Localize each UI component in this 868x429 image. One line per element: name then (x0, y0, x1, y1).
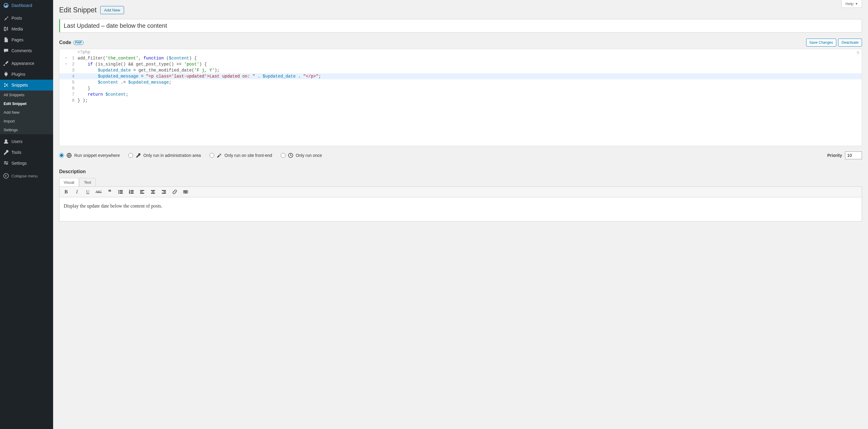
code-line[interactable]: ▾1add_filter('the_content', function ($c… (59, 55, 862, 61)
description-editor[interactable]: Display the update date below the conten… (59, 197, 862, 222)
code-line[interactable]: 4 $updated_message = "<p class='last-upd… (59, 73, 862, 79)
php-badge: PHP (73, 40, 84, 45)
menu-media[interactable]: Media (0, 24, 53, 34)
svg-rect-4 (120, 190, 123, 191)
svg-rect-8 (120, 193, 123, 194)
align-right-icon[interactable] (160, 189, 167, 195)
scope-label: Only run once (296, 153, 322, 158)
code-line[interactable]: ▾2 if (is_single() && get_post_type() ==… (59, 61, 862, 67)
chevron-down-icon: ▼ (855, 2, 858, 5)
submenu-all-snippets[interactable]: All Snippets (0, 91, 53, 99)
scope-once-radio[interactable] (281, 153, 285, 158)
menu-label: Appearance (11, 61, 34, 66)
globe-icon (66, 153, 72, 158)
priority-input[interactable] (845, 152, 862, 159)
svg-rect-27 (186, 191, 186, 192)
svg-rect-15 (140, 190, 144, 191)
menu-label: Snippets (11, 82, 28, 88)
pin-icon (3, 15, 9, 21)
underline-icon[interactable]: U (84, 189, 91, 195)
svg-point-3 (118, 190, 119, 191)
collapse-label: Collapse menu (11, 174, 38, 178)
submenu-add-new[interactable]: Add New (0, 108, 53, 117)
keyboard-icon[interactable] (182, 189, 189, 195)
save-changes-button[interactable]: Save Changes (806, 39, 837, 46)
svg-point-5 (118, 192, 119, 193)
svg-rect-20 (151, 193, 155, 194)
submenu-edit-snippet[interactable]: Edit Snippet (0, 99, 53, 108)
menu-label: Media (11, 27, 23, 31)
help-tab[interactable]: Help ▼ (841, 0, 862, 8)
menu-label: Posts (11, 16, 22, 21)
submenu-import[interactable]: Import (0, 117, 53, 126)
add-new-button[interactable]: Add New (100, 6, 124, 14)
menu-comments[interactable]: Comments (0, 45, 53, 56)
media-icon (3, 26, 9, 32)
link-icon[interactable] (171, 189, 178, 195)
sliders-icon (3, 160, 9, 166)
menu-appearance[interactable]: Appearance (0, 58, 53, 69)
menu-settings[interactable]: Settings (0, 158, 53, 169)
collapse-icon (3, 173, 9, 179)
code-line[interactable]: 5 $content .= $updated_message; (59, 79, 862, 86)
menu-tools[interactable]: Tools (0, 147, 53, 158)
menu-posts[interactable]: Posts (0, 13, 53, 24)
wrench-icon (3, 149, 9, 155)
menu-pages[interactable]: Pages (0, 34, 53, 45)
menu-label: Pages (11, 37, 24, 42)
svg-rect-16 (140, 192, 143, 192)
editor-help-icon[interactable]: ? (857, 51, 859, 56)
menu-label: Tools (11, 150, 22, 155)
menu-plugins[interactable]: Plugins (0, 69, 53, 80)
numbered-list-icon[interactable]: 123 (128, 189, 135, 195)
svg-text:3: 3 (129, 192, 130, 194)
snippet-title-input[interactable] (59, 19, 862, 33)
scope-once[interactable]: Only run once (281, 153, 322, 158)
bold-icon[interactable]: B (62, 189, 70, 195)
wrench-icon (135, 153, 141, 158)
align-center-icon[interactable] (149, 189, 157, 195)
svg-rect-22 (163, 192, 166, 192)
clock-icon (288, 153, 293, 158)
bullet-list-icon[interactable] (117, 189, 124, 195)
tab-text[interactable]: Text (80, 178, 96, 187)
scope-everywhere[interactable]: Run snippet everywhere (59, 153, 120, 158)
menu-users[interactable]: Users (0, 136, 53, 147)
brush-icon (3, 60, 9, 66)
scope-frontend[interactable]: Only run on site front-end (210, 153, 272, 158)
editor-toolbar: B I U ABC ❝ 123 (59, 187, 862, 197)
tab-visual[interactable]: Visual (59, 178, 79, 187)
svg-rect-24 (184, 191, 188, 193)
menu-snippets[interactable]: Snippets (0, 80, 53, 91)
description-heading: Description (59, 169, 862, 174)
menu-label: Plugins (11, 72, 25, 77)
scope-label: Run snippet everywhere (74, 153, 120, 158)
blockquote-icon[interactable]: ❝ (106, 189, 113, 195)
deactivate-button[interactable]: Deactivate (838, 39, 862, 46)
code-line[interactable]: 7 return $content; (59, 91, 862, 97)
scope-frontend-radio[interactable] (210, 153, 214, 158)
code-line[interactable]: 8} ); (59, 97, 862, 103)
svg-rect-17 (140, 193, 144, 194)
code-line[interactable]: 3 $updated_date = get_the_modified_date(… (59, 67, 862, 73)
svg-rect-14 (131, 193, 133, 194)
submenu-settings[interactable]: Settings (0, 126, 53, 134)
italic-icon[interactable]: I (73, 189, 81, 195)
main-content: Help ▼ Edit Snippet Add New Code PHP Sav… (53, 0, 868, 429)
align-left-icon[interactable] (138, 189, 146, 195)
svg-rect-12 (131, 192, 133, 192)
collapse-menu[interactable]: Collapse menu (0, 170, 53, 181)
code-line[interactable]: 6 } (59, 86, 862, 91)
code-section-label: Code (59, 40, 71, 45)
scope-options: Run snippet everywhere Only run in admin… (59, 153, 827, 158)
svg-rect-25 (184, 191, 185, 192)
admin-sidebar: Dashboard Posts Media Pages Comments App… (0, 0, 53, 429)
strikethrough-icon[interactable]: ABC (95, 189, 102, 195)
scope-admin-radio[interactable] (128, 153, 133, 158)
scope-everywhere-radio[interactable] (59, 153, 64, 158)
code-editor[interactable]: ? <?php ▾1add_filter('the_content', func… (59, 49, 862, 146)
scope-admin[interactable]: Only run in administration area (128, 153, 201, 158)
menu-dashboard[interactable]: Dashboard (0, 0, 53, 11)
svg-rect-19 (152, 192, 154, 192)
svg-rect-6 (120, 192, 123, 192)
